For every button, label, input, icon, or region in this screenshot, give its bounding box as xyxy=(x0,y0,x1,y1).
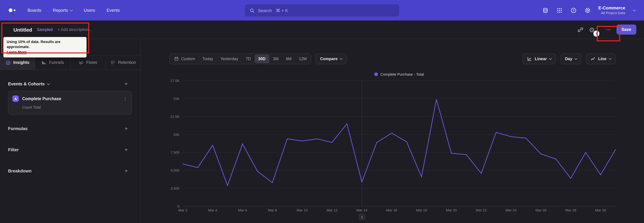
search-icon xyxy=(250,8,254,13)
page-body: InsightsFunnelsFlowsRetention Events & C… xyxy=(0,39,644,223)
range-3m[interactable]: 3M xyxy=(269,54,282,63)
range-7d[interactable]: 7D xyxy=(242,54,254,63)
svg-text:5,000: 5,000 xyxy=(170,168,180,172)
svg-text:Mar 30: Mar 30 xyxy=(595,208,606,212)
add-breakdown-button[interactable]: + xyxy=(124,168,128,174)
project-chevron-down-icon[interactable] xyxy=(633,9,636,11)
range-label: 6M xyxy=(286,56,292,61)
line-chart-canvas[interactable]: 02,5005,0007,50010K12.5K15K17.5KMar 2Mar… xyxy=(144,77,637,215)
line-chart-icon xyxy=(590,56,596,61)
add-formulas-button[interactable]: + xyxy=(124,126,128,131)
view-option-linear[interactable]: Linear xyxy=(523,53,556,64)
search-input[interactable]: Search ⌘ + K xyxy=(245,4,399,17)
search-placeholder: Search xyxy=(258,8,272,13)
nav-item-boards[interactable]: Boards xyxy=(28,8,41,13)
nav-item-label: Events xyxy=(106,8,120,13)
learn-more-link[interactable]: Learn More xyxy=(7,50,27,54)
svg-text:10K: 10K xyxy=(173,133,180,137)
chevron-down-icon xyxy=(549,57,552,60)
logo-dot-large xyxy=(9,9,12,12)
view-option-day[interactable]: Day xyxy=(561,53,582,64)
svg-text:Mar 22: Mar 22 xyxy=(476,208,487,212)
svg-text:Mar 16: Mar 16 xyxy=(386,208,397,212)
view-option-label: Linear xyxy=(535,56,547,61)
nav-item-users[interactable]: Users xyxy=(84,8,95,13)
range-label: 30D xyxy=(258,56,266,61)
view-option-label: Day xyxy=(565,56,572,61)
sidebar: InsightsFunnelsFlowsRetention Events & C… xyxy=(0,39,141,223)
section-label: Formulas xyxy=(8,126,28,131)
svg-text:Mar 20: Mar 20 xyxy=(446,208,457,212)
linear-icon xyxy=(527,56,532,61)
section-filter: Filter+ xyxy=(8,139,128,160)
svg-text:Mar 24: Mar 24 xyxy=(506,208,517,212)
range-label: Yesterday xyxy=(220,56,238,61)
add-filter-button[interactable]: + xyxy=(124,147,128,153)
more-options-icon[interactable]: ⋯ xyxy=(606,27,611,33)
sidebar-content: Events & Cohorts + A Complete Purchase ⋮… xyxy=(0,70,140,223)
range-label: 7D xyxy=(246,56,251,61)
app: BoardsReportsUsersEvents Search ⌘ + K ? … xyxy=(0,0,644,223)
report-title[interactable]: Untitled xyxy=(14,27,32,32)
range-today[interactable]: Today xyxy=(199,54,217,63)
range-yesterday[interactable]: Yesterday xyxy=(217,54,242,63)
view-option-line[interactable]: Line xyxy=(586,53,616,64)
nav-item-events[interactable]: Events xyxy=(106,8,120,13)
view-option-label: Line xyxy=(598,56,606,61)
data-icon[interactable] xyxy=(542,7,549,14)
save-button[interactable]: Save xyxy=(616,25,636,35)
funnels-icon xyxy=(42,60,46,65)
svg-text:Mar 2: Mar 2 xyxy=(178,208,187,212)
svg-text:Mar 28: Mar 28 xyxy=(565,208,576,212)
range-30d[interactable]: 30D xyxy=(254,54,269,63)
svg-text:0: 0 xyxy=(178,204,180,208)
nav-item-reports[interactable]: Reports xyxy=(53,8,72,13)
svg-text:17.5K: 17.5K xyxy=(170,79,180,82)
compare-button[interactable]: Compare xyxy=(316,53,347,64)
insights-icon xyxy=(6,60,10,65)
event-aggregation[interactable]: Count Total xyxy=(22,105,128,109)
project-switcher[interactable]: E-Commerce All Project Data xyxy=(598,6,625,15)
event-card[interactable]: A Complete Purchase ⋮ Count Total xyxy=(8,91,132,115)
report-header: Untitled Sampled + Add description... ⋯ … xyxy=(0,21,644,39)
tab-label: Insights xyxy=(13,60,29,65)
section-label: Filter xyxy=(8,147,19,152)
events-cohorts-header: Events & Cohorts + xyxy=(8,81,128,87)
svg-text:Mar 4: Mar 4 xyxy=(208,208,217,212)
legend-label: Complete Purchase - Total xyxy=(380,72,424,76)
help-icon[interactable]: ? xyxy=(570,7,577,14)
topnav: BoardsReportsUsersEvents Search ⌘ + K ? … xyxy=(0,0,644,21)
range-12m[interactable]: 12M xyxy=(295,54,310,63)
sampled-badge[interactable]: Sampled xyxy=(37,27,53,32)
logo-dot-small xyxy=(14,10,16,11)
nav-item-label: Boards xyxy=(28,8,41,13)
range-custom[interactable]: Custom xyxy=(170,54,199,63)
event-kebab-menu-icon[interactable]: ⋮ xyxy=(123,96,128,101)
event-name[interactable]: Complete Purchase xyxy=(22,96,120,101)
range-6m[interactable]: 6M xyxy=(282,54,295,63)
svg-text:Mar 18: Mar 18 xyxy=(416,208,427,212)
event-card-row: A Complete Purchase ⋮ xyxy=(12,95,128,102)
tab-insights[interactable]: Insights xyxy=(0,55,35,70)
sampling-tooltip-text: Using 10% of data. Results are approxima… xyxy=(7,40,60,49)
events-cohorts-label-wrap[interactable]: Events & Cohorts xyxy=(8,81,49,86)
sampling-toggle-knob xyxy=(593,31,600,37)
link-icon[interactable] xyxy=(578,27,584,33)
mixpanel-logo-icon[interactable] xyxy=(9,9,16,12)
tab-retention[interactable]: Retention xyxy=(106,55,140,70)
add-description-button[interactable]: + Add description... xyxy=(57,27,92,32)
svg-text:2,500: 2,500 xyxy=(170,186,180,190)
events-cohorts-chevron-down-icon xyxy=(47,82,50,85)
report-header-actions: ⋯ Save xyxy=(578,25,636,35)
topnav-menu: BoardsReportsUsersEvents xyxy=(28,8,131,13)
pagination-page-1[interactable]: 1 xyxy=(359,214,365,220)
tab-funnels[interactable]: Funnels xyxy=(35,55,70,70)
apps-grid-icon[interactable] xyxy=(556,7,563,14)
events-cohorts-label: Events & Cohorts xyxy=(8,81,44,86)
tab-label: Flows xyxy=(86,60,97,65)
tab-flows[interactable]: Flows xyxy=(70,55,106,70)
add-event-button[interactable]: + xyxy=(124,81,128,87)
settings-icon[interactable] xyxy=(584,7,591,14)
svg-text:7,500: 7,500 xyxy=(170,150,180,154)
search-shortcut: ⌘ + K xyxy=(276,8,288,13)
